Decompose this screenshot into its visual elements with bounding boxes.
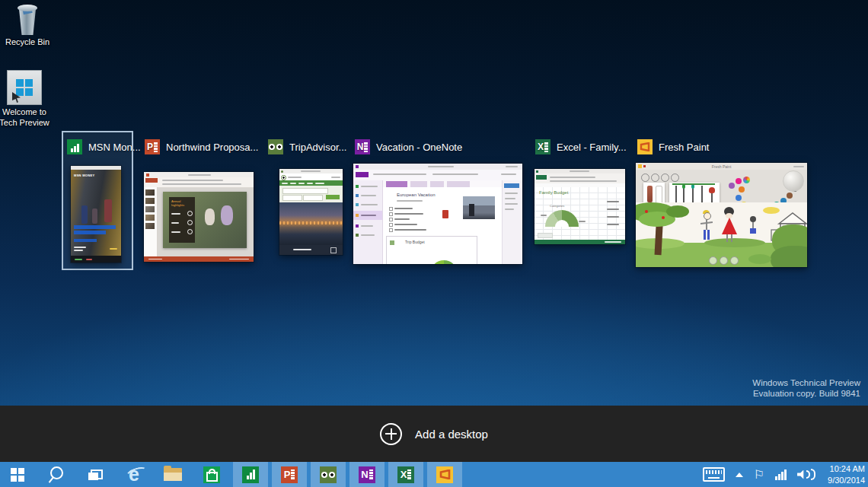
trip-overlay-box [330,247,337,253]
tripadvisor-taskbar-button[interactable] [311,462,346,487]
windows-logo-icon [16,79,33,96]
fp-dad-leg-2 [707,230,710,240]
fp-brush-5 [711,193,713,202]
window-label-powerpoint[interactable]: P Northwind Proposa... [145,139,258,154]
touch-keyboard-icon[interactable] [703,467,725,482]
msn-money-taskbar-button[interactable] [233,462,268,487]
onenote-taskbar-button[interactable]: N [349,462,385,487]
network-icon[interactable] [775,469,787,480]
powerpoint-icon: P [145,139,160,154]
excel-letter: X [538,142,544,151]
on-tab-4 [447,181,470,187]
trip-nav-1 [282,183,288,184]
window-title: Vacation - OneNote [376,142,462,153]
watermark-line2: Evaluation copy. Build 9841 [752,388,860,399]
thumbnail-onenote[interactable]: European Vacation Trip Budget [353,164,522,264]
thumbnail-msn-money[interactable]: MSN MONEY [71,166,121,263]
internet-explorer-button[interactable]: e [116,462,152,487]
ppt-icon-heart [187,220,193,225]
taskbar-clock[interactable]: 10:24 AM 9/30/2014 [828,463,865,485]
ppt-ribbon-dash-1 [162,180,223,181]
on-photo [463,196,495,219]
window-label-tripadvisor[interactable]: TripAdvisor... [268,139,346,154]
ppt-panel-dash-1 [171,213,180,215]
taskbar: e P N X [0,462,868,487]
on-tab-selected [386,181,407,187]
on-ribbon [353,170,522,181]
on-check-3 [389,218,393,221]
watermark: Windows Technical Preview Evaluation cop… [752,377,860,399]
window-label-excel[interactable]: X Excel - Family... [535,139,627,154]
ppt-panel-dash-2 [171,222,179,224]
excel-taskbar-button[interactable]: X [388,462,423,487]
on-tab-2 [410,181,427,187]
start-button[interactable] [0,462,35,487]
fp-bush-3 [748,254,771,264]
onenote-icon: N [355,139,370,154]
on-controls-dash [506,166,518,167]
fp-mom-leg-2 [731,234,732,242]
excel-doc-strip [544,142,548,152]
msn-figure-1 [81,205,88,224]
thumbnail-fresh-paint[interactable]: Fresh Paint [636,163,807,267]
ppt-file-tab [145,178,158,183]
trip-photo [279,202,343,245]
on-nb-5-dot [356,224,359,228]
store-icon [203,466,220,483]
thumbnail-powerpoint[interactable]: Annual highlights [144,172,254,262]
fresh-paint-icon [637,139,653,154]
ppt-overlay-panel: Annual highlights [169,197,195,243]
on-item-1 [394,208,413,209]
thumbnail-excel[interactable]: Family Budget Categories [535,169,625,244]
fp-apple-1 [645,210,648,213]
on-item-4 [394,224,417,225]
fp-brush-5-fan [709,187,715,193]
xl-status-bar [535,240,625,244]
trip-app-dot [281,170,283,173]
volume-icon[interactable] [797,469,815,480]
fp-bottom-btn-2 [720,256,728,265]
fp-mom-leg-1 [726,234,728,242]
trip-overlay-dash [293,249,311,250]
fresh-paint-taskbar-button[interactable] [427,462,462,487]
trip-city-lights [279,221,343,224]
desktop-icon-recycle-bin[interactable]: Recycle Bin [0,5,55,48]
desktop-icon-welcome-tech-preview[interactable]: Welcome to Tech Preview [0,70,52,129]
powerpoint-taskbar-button[interactable]: P [272,462,307,487]
system-tray: ⚐ 10:24 AM 9/30/2014 [703,462,868,487]
xl-chart-label-left [541,215,547,216]
msn-text-dash-2 [74,250,83,251]
xl-value-3 [607,216,619,218]
on-check-5 [389,228,393,232]
ppt-ribbon-dash-2 [162,183,241,185]
task-view-icon [88,469,103,480]
show-hidden-icons-chevron[interactable] [736,473,743,477]
owl-eye-left [269,144,275,150]
fp-app-dot [638,164,642,168]
xl-value-4 [607,224,619,225]
file-explorer-button[interactable] [155,462,190,487]
action-center-flag-icon[interactable]: ⚐ [754,469,764,481]
msn-headline-bar-2 [74,231,106,234]
thumbnail-tripadvisor[interactable] [279,169,343,255]
msn-link-chip [74,239,97,242]
search-button[interactable] [39,462,74,487]
fp-tool-circle-3 [661,173,669,182]
trip-nav-4 [307,183,313,184]
clock-time: 10:24 AM [828,463,865,474]
on-nb-6-dash [361,234,375,236]
msn-money-icon [242,466,259,483]
on-ribbon-dash-1 [373,173,426,175]
excel-icon: X [397,466,414,483]
ppt-slide-thumb-4 [145,215,155,221]
task-view-button[interactable] [78,462,113,487]
window-title: Excel - Family... [557,142,627,153]
add-desktop-button[interactable]: Add a desktop [380,423,488,445]
window-label-msn-money[interactable]: MSN Mon... [67,139,141,154]
store-button[interactable] [194,462,229,487]
window-label-onenote[interactable]: N Vacation - OneNote [355,139,462,154]
onenote-doc-strip [364,142,368,152]
window-label-fresh-paint[interactable]: Fresh Paint [637,139,709,154]
on-pane-selected [504,183,519,188]
xl-value-2 [607,208,619,210]
